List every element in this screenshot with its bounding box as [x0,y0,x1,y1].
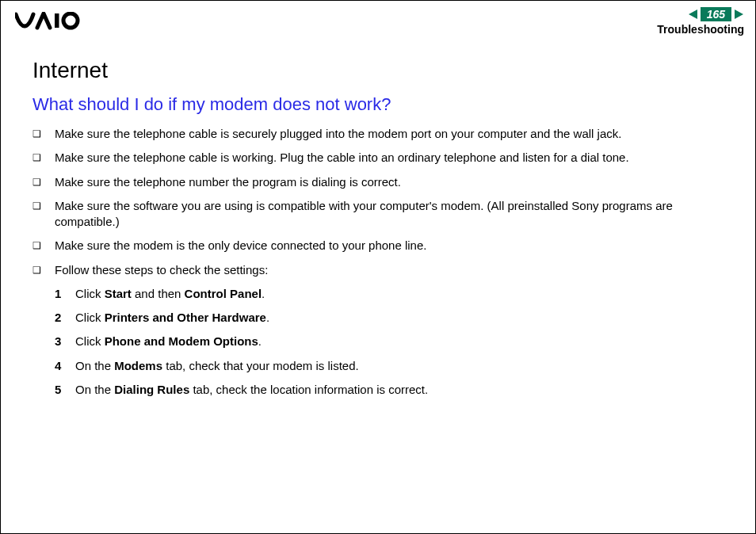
list-item: 5 On the Dialing Rules tab, check the lo… [55,382,733,398]
bullet-icon: ❑ [32,262,55,278]
step-number: 2 [55,310,75,326]
bullet-icon: ❑ [32,174,55,190]
list-item: ❑ Make sure the telephone number the pro… [32,174,733,190]
page-header: 165 Troubleshooting [1,1,755,36]
svg-marker-2 [689,10,697,19]
step-number: 1 [55,286,75,302]
list-item: ❑ Make sure the modem is the only device… [32,238,733,254]
page-content: Internet What should I do if my modem do… [1,36,755,398]
bullet-text: Follow these steps to check the settings… [55,262,733,278]
section-label: Troubleshooting [657,23,744,36]
step-number: 3 [55,334,75,349]
step-text: Click Phone and Modem Options. [75,334,733,349]
svg-rect-0 [55,13,59,28]
bullet-text: Make sure the modem is the only device c… [55,238,733,254]
step-text: Click Printers and Other Hardware. [75,310,733,326]
step-number: 5 [55,382,75,398]
bullet-icon: ❑ [32,198,55,214]
bullet-text: Make sure the telephone cable is working… [55,150,733,166]
subheading: What should I do if my modem does not wo… [32,94,733,115]
list-item: 2 Click Printers and Other Hardware. [55,310,733,326]
page-nav: 165 [657,7,744,21]
list-item: ❑ Follow these steps to check the settin… [32,262,733,278]
step-text: On the Modems tab, check that your modem… [75,358,733,374]
bullet-text: Make sure the telephone number the progr… [55,174,733,190]
bullet-icon: ❑ [32,150,55,166]
prev-page-arrow-icon[interactable] [688,9,699,20]
bullet-icon: ❑ [32,238,55,254]
list-item: 3 Click Phone and Modem Options. [55,334,733,349]
step-text: Click Start and then Control Panel. [75,286,733,302]
vaio-logo [15,12,94,34]
bullet-text: Make sure the software you are using is … [55,198,733,231]
bullet-text: Make sure the telephone cable is securel… [55,126,733,142]
page-title: Internet [32,58,733,83]
list-item: ❑ Make sure the software you are using i… [32,198,733,231]
step-text: On the Dialing Rules tab, check the loca… [75,382,733,398]
numbered-list: 1 Click Start and then Control Panel. 2 … [55,286,733,398]
list-item: ❑ Make sure the telephone cable is worki… [32,150,733,166]
list-item: 4 On the Modems tab, check that your mod… [55,358,733,374]
list-item: ❑ Make sure the telephone cable is secur… [32,126,733,142]
bullet-icon: ❑ [32,126,55,142]
list-item: 1 Click Start and then Control Panel. [55,286,733,302]
next-page-arrow-icon[interactable] [733,9,744,20]
header-right: 165 Troubleshooting [657,7,744,36]
svg-point-1 [63,13,78,28]
bullet-list: ❑ Make sure the telephone cable is secur… [32,126,733,278]
page-number: 165 [701,7,731,21]
step-number: 4 [55,358,75,374]
svg-marker-3 [735,10,743,19]
